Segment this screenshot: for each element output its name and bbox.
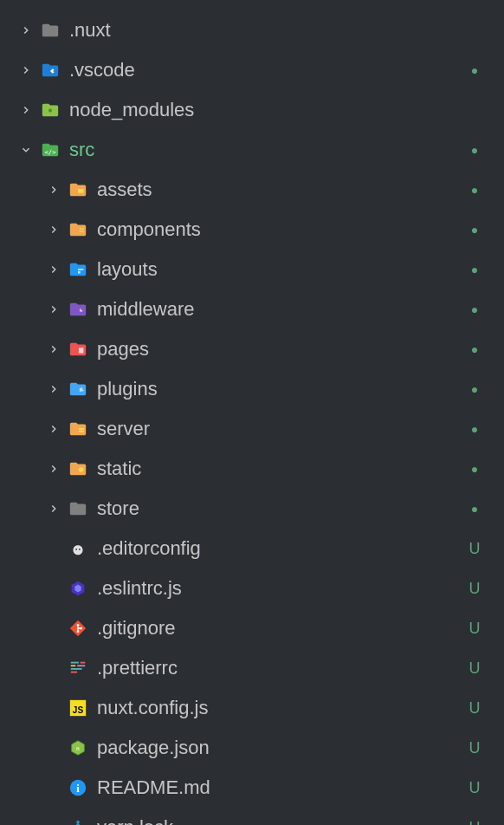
tree-item-label: pages <box>97 338 466 361</box>
folder-gray-icon <box>68 498 88 519</box>
git-status: ● <box>466 502 483 516</box>
svg-rect-3 <box>78 271 81 274</box>
npm-icon: n <box>68 737 88 758</box>
git-status: U <box>466 580 483 598</box>
tree-item-label: plugins <box>97 378 466 400</box>
file-tree: .nuxt.vscode●node_modules</>src●assets●c… <box>0 0 504 825</box>
tree-item-static[interactable]: static● <box>0 449 504 489</box>
tree-item-layouts[interactable]: layouts● <box>0 250 504 289</box>
chevron-right-icon[interactable] <box>45 423 62 435</box>
tree-item-label: server <box>97 418 466 440</box>
tree-item-label: store <box>97 497 466 520</box>
tree-item-label: middleware <box>97 298 466 321</box>
folder-middleware-icon <box>68 299 88 320</box>
tree-item-vscode[interactable]: .vscode● <box>0 50 504 90</box>
tree-item-components[interactable]: components● <box>0 210 504 250</box>
chevron-right-icon[interactable] <box>17 104 35 116</box>
chevron-right-icon[interactable] <box>45 303 62 315</box>
git-status: ● <box>466 422 483 436</box>
svg-rect-17 <box>71 668 82 670</box>
folder-static-icon <box>68 458 88 479</box>
folder-node-icon <box>40 100 61 120</box>
tree-item-nuxt[interactable]: .nuxt <box>0 10 504 50</box>
svg-rect-6 <box>79 431 84 432</box>
chevron-right-icon[interactable] <box>45 224 62 236</box>
chevron-right-icon[interactable] <box>45 463 62 475</box>
tree-item-label: nuxt.config.js <box>97 697 466 719</box>
tree-item-src[interactable]: </>src● <box>0 130 504 170</box>
tree-item-middleware[interactable]: middleware● <box>0 289 504 329</box>
svg-rect-18 <box>71 672 77 673</box>
tree-item-eslintrc[interactable]: .eslintrc.jsU <box>0 568 504 608</box>
tree-item-yarnlock[interactable]: yarn.lockU <box>0 808 504 825</box>
tree-item-readme[interactable]: iREADME.mdU <box>0 768 504 808</box>
git-status: ● <box>466 263 483 276</box>
tree-item-pages[interactable]: pages● <box>0 329 504 369</box>
chevron-right-icon[interactable] <box>17 24 35 36</box>
tree-item-label: node_modules <box>69 99 466 121</box>
chevron-right-icon[interactable] <box>45 184 62 196</box>
tree-item-node_modules[interactable]: node_modules <box>0 90 504 130</box>
svg-rect-4 <box>79 348 84 353</box>
tree-item-plugins[interactable]: plugins● <box>0 369 504 409</box>
git-status: U <box>466 819 483 826</box>
folder-components-icon <box>68 219 88 240</box>
folder-src-icon: </> <box>40 140 61 160</box>
tree-item-editorconfig[interactable]: .editorconfigU <box>0 529 504 568</box>
chevron-right-icon[interactable] <box>45 343 62 355</box>
git-status: ● <box>466 63 483 77</box>
tree-item-store[interactable]: store● <box>0 489 504 529</box>
git-status: U <box>466 739 483 757</box>
eslint-icon <box>68 578 88 599</box>
folder-plugins-icon <box>68 379 88 400</box>
tree-item-nuxtconfig[interactable]: JSnuxt.config.jsU <box>0 688 504 728</box>
chevron-right-icon[interactable] <box>45 383 62 395</box>
git-status: ● <box>466 342 483 356</box>
tree-item-server[interactable]: server● <box>0 409 504 449</box>
yarn-icon <box>68 817 88 825</box>
tree-item-label: .eslintrc.js <box>97 577 466 600</box>
svg-rect-1 <box>78 189 83 193</box>
svg-rect-2 <box>78 269 83 270</box>
info-icon: i <box>68 777 88 798</box>
editorconfig-icon <box>68 538 88 559</box>
tree-item-label: layouts <box>97 258 466 281</box>
git-status: ● <box>466 382 483 396</box>
svg-rect-14 <box>81 662 86 664</box>
chevron-right-icon[interactable] <box>45 263 62 276</box>
js-icon: JS <box>68 698 88 718</box>
git-status: U <box>466 779 483 797</box>
git-status: ● <box>466 462 483 476</box>
tree-item-label: components <box>97 218 466 241</box>
folder-gray-icon <box>40 20 61 41</box>
svg-text:</>: </> <box>44 148 56 156</box>
git-status: U <box>466 540 483 558</box>
svg-point-9 <box>79 549 81 550</box>
svg-point-7 <box>79 467 84 472</box>
tree-item-label: .nuxt <box>69 19 466 42</box>
prettier-icon <box>68 658 88 679</box>
svg-text:n: n <box>76 745 80 752</box>
svg-text:i: i <box>76 783 80 795</box>
tree-item-packagejson[interactable]: npackage.jsonU <box>0 728 504 768</box>
tree-item-label: .editorconfig <box>97 537 466 560</box>
tree-item-label: .prettierrc <box>97 657 466 679</box>
tree-item-gitignore[interactable]: .gitignoreU <box>0 608 504 648</box>
folder-assets-icon <box>68 179 88 200</box>
svg-rect-15 <box>71 665 76 666</box>
git-status: U <box>466 659 483 678</box>
tree-item-label: README.md <box>97 776 466 799</box>
tree-item-label: src <box>69 139 466 161</box>
svg-text:JS: JS <box>73 705 84 715</box>
chevron-right-icon[interactable] <box>45 503 62 515</box>
folder-layouts-icon <box>68 259 88 280</box>
git-status: ● <box>466 302 483 316</box>
tree-item-prettierrc[interactable]: .prettierrcU <box>0 648 504 688</box>
svg-rect-13 <box>71 662 79 664</box>
chevron-right-icon[interactable] <box>17 64 35 76</box>
tree-item-assets[interactable]: assets● <box>0 170 504 210</box>
git-icon <box>68 618 88 639</box>
chevron-down-icon[interactable] <box>17 144 35 156</box>
folder-pages-icon <box>68 339 88 360</box>
tree-item-label: .gitignore <box>97 617 466 640</box>
